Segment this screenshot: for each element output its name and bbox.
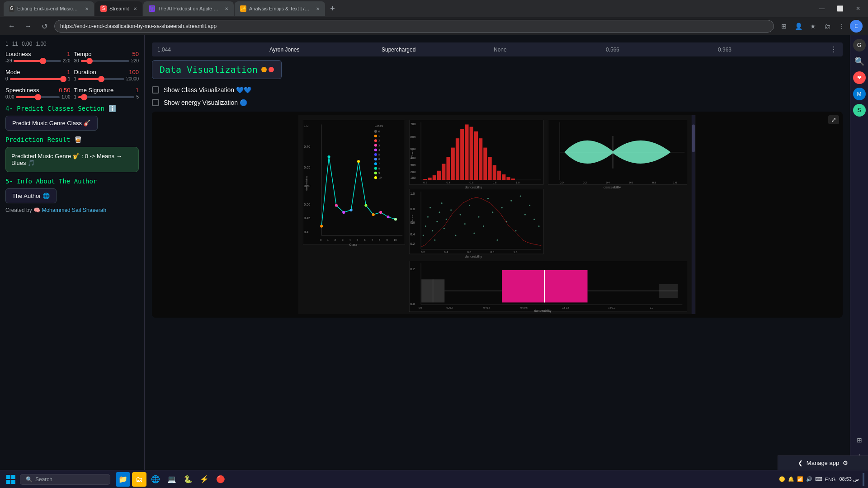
speechiness-track[interactable] xyxy=(16,96,60,98)
svg-rect-82 xyxy=(488,157,492,180)
show-energy-viz-checkbox[interactable] xyxy=(152,99,159,106)
tab-github[interactable]: G Editing End-to-end.MusicGen-Cl... ✕ xyxy=(4,1,94,16)
svg-rect-70 xyxy=(433,175,436,180)
taskbar-app-cmd[interactable]: ⚡ xyxy=(197,472,212,487)
duration-thumb[interactable] xyxy=(98,76,104,82)
tempo-slider[interactable]: Tempo 50 30 220 xyxy=(74,51,139,63)
predict-btn-label: Predict Music Genre Class 🎸 xyxy=(12,120,91,127)
prediction-card: Predicted Music Genre 🎷 : 0 -> Means → B… xyxy=(5,147,139,172)
taskbar-app-chrome[interactable]: 🔴 xyxy=(213,472,228,487)
slider-group-3: Speechiness 0.50 0.00 1.00 Time Signatur… xyxy=(5,87,139,99)
minimize-button[interactable]: — xyxy=(816,2,828,15)
collections-button[interactable]: 🗂 xyxy=(821,20,834,33)
app-container: 1 11 0.00 1.00 Loudness 1 -39 220 xyxy=(0,35,868,470)
svg-text:6: 6 xyxy=(364,238,366,241)
taskbar-clock[interactable]: 08:53 ص xyxy=(839,476,859,482)
taskbar-app-vs[interactable]: 💻 xyxy=(165,472,179,487)
mode-max: 1 xyxy=(68,76,71,81)
profile-avatar[interactable]: E xyxy=(850,20,863,33)
edge-expand-icon[interactable]: ⊞ xyxy=(853,434,866,446)
svg-text:0.4: 0.4 xyxy=(444,250,448,253)
manage-app-bar[interactable]: ❮ Manage app ⚙ xyxy=(778,455,868,470)
show-class-viz-checkbox[interactable] xyxy=(152,86,159,94)
prediction-result-label: Prediction Result 🥃 xyxy=(5,136,139,143)
edge-icon-search[interactable]: 🔍 xyxy=(853,55,866,68)
svg-rect-73 xyxy=(446,157,450,180)
tab-close-emoji[interactable]: ✕ xyxy=(316,6,320,11)
browser-chrome: G Editing End-to-end.MusicGen-Cl... ✕ S … xyxy=(0,0,868,35)
loudness-track[interactable] xyxy=(14,60,61,62)
mode-slider[interactable]: Mode 1 0 1 xyxy=(5,69,71,81)
viz-toggle[interactable] xyxy=(261,67,274,72)
author-link[interactable]: Mohammed Saif Shaeerah xyxy=(42,207,106,213)
show-desktop-button[interactable] xyxy=(863,473,864,486)
edge-icon-red[interactable]: ❤ xyxy=(853,71,866,84)
taskbar-app-files[interactable]: 🗂 xyxy=(132,472,146,487)
tab-podcast[interactable]: 🎵 The AI Podcast on Apple Po... ✕ xyxy=(143,1,234,16)
svg-text:1: 1 xyxy=(327,238,329,241)
mode-thumb[interactable] xyxy=(60,76,66,82)
taskbar-app-mail[interactable]: 📁 xyxy=(116,472,130,487)
svg-rect-81 xyxy=(483,148,487,180)
duration-track[interactable] xyxy=(78,78,124,80)
taskbar-app-python[interactable]: 🐍 xyxy=(181,472,195,487)
time-sig-thumb[interactable] xyxy=(81,94,87,100)
svg-text:700: 700 xyxy=(410,123,416,127)
profile-button[interactable]: 👤 xyxy=(792,20,805,33)
svg-text:4: 4 xyxy=(378,148,380,151)
tab-emoji[interactable]: ✨ Analysis Emojis & Text | /—... ✕ xyxy=(235,1,325,16)
extensions-button[interactable]: ⊞ xyxy=(778,20,790,33)
tab-close-podcast[interactable]: ✕ xyxy=(225,6,228,11)
address-bar[interactable]: https://end-to-end-classification-by-mo-… xyxy=(54,20,774,33)
favorites-button[interactable]: ★ xyxy=(807,20,819,33)
edge-icon-green[interactable]: S xyxy=(853,104,866,117)
svg-rect-69 xyxy=(428,178,432,180)
data-table-row: 1,044 Ayron Jones Supercharged None 0.56… xyxy=(152,42,843,56)
chart-expand-button[interactable]: ⤢ xyxy=(828,115,839,124)
time-sig-track[interactable] xyxy=(78,96,134,98)
refresh-button[interactable]: ↺ xyxy=(38,20,51,33)
tab-streamlit[interactable]: S Streamlit ✕ xyxy=(95,1,142,16)
speechiness-slider[interactable]: Speechiness 0.50 0.00 1.00 xyxy=(5,87,71,99)
svg-text:Class: Class xyxy=(349,243,358,247)
prediction-text: Predicted Music Genre 🎷 : 0 -> Means → B… xyxy=(11,153,122,166)
loudness-thumb[interactable] xyxy=(40,58,46,64)
svg-point-149 xyxy=(529,205,530,206)
svg-point-136 xyxy=(469,205,470,206)
row-more-button[interactable]: ⋮ xyxy=(830,45,837,54)
new-tab-button[interactable]: + xyxy=(326,2,339,15)
svg-text:10: 10 xyxy=(378,176,382,179)
back-button[interactable]: ← xyxy=(5,20,18,33)
svg-point-146 xyxy=(515,230,516,231)
toggle-dot-orange xyxy=(261,67,267,72)
settings-icon[interactable]: ⋮ xyxy=(835,20,848,33)
duration-slider[interactable]: Duration 100 1 20000 xyxy=(74,69,139,81)
edge-icon-blue[interactable]: M xyxy=(853,88,866,100)
tempo-thumb[interactable] xyxy=(86,58,93,64)
svg-text:0.4: 0.4 xyxy=(304,230,308,234)
predict-music-genre-button[interactable]: Predict Music Genre Class 🎸 xyxy=(5,116,98,131)
tempo-track[interactable] xyxy=(81,60,130,62)
edge-icon-github[interactable]: G xyxy=(853,39,866,52)
svg-point-143 xyxy=(501,207,503,208)
windows-start-button[interactable] xyxy=(4,472,18,487)
svg-text:0.6: 0.6 xyxy=(470,181,474,184)
taskbar-app-edge[interactable]: 🌐 xyxy=(148,472,163,487)
close-button[interactable]: ✕ xyxy=(852,2,864,15)
speechiness-thumb[interactable] xyxy=(35,94,41,100)
time-signature-slider[interactable]: Time Signature 1 1 5 xyxy=(74,87,139,99)
forward-button[interactable]: → xyxy=(22,20,34,33)
author-button[interactable]: The Author 🌐 xyxy=(5,188,57,203)
tab-close-github[interactable]: ✕ xyxy=(85,6,89,11)
wifi-icon: 📶 xyxy=(797,476,803,482)
viz-title-text: Data Visualization xyxy=(160,64,258,75)
taskbar-search-bar[interactable]: 🔍 Search xyxy=(20,474,110,485)
tab-close-streamlit[interactable]: ✕ xyxy=(133,6,137,11)
loudness-slider[interactable]: Loudness 1 -39 220 xyxy=(5,51,71,63)
svg-text:0.8: 0.8 xyxy=(652,181,656,184)
mode-track[interactable] xyxy=(10,78,66,80)
tab-label-streamlit: Streamlit xyxy=(109,6,129,11)
maximize-button[interactable]: ⬜ xyxy=(834,2,846,15)
svg-point-137 xyxy=(473,232,475,234)
svg-rect-177 xyxy=(11,480,15,484)
